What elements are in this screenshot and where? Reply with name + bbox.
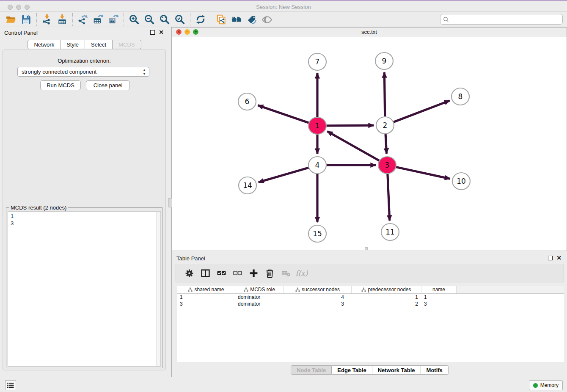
import-network-button[interactable] <box>39 13 55 26</box>
tab-edge-table[interactable]: Edge Table <box>332 365 372 375</box>
select-none-button[interactable] <box>229 265 245 281</box>
float-panel-icon[interactable] <box>150 30 155 35</box>
eye-button[interactable] <box>259 13 275 26</box>
zoom-fit-button[interactable] <box>157 13 172 26</box>
zoom-in-button[interactable] <box>127 13 142 26</box>
search-input[interactable] <box>449 15 562 24</box>
table-panel-header: Table Panel ✕ <box>172 253 567 264</box>
graph-node-2[interactable]: 2 <box>376 117 394 134</box>
table-cell[interactable]: 3 <box>177 301 235 307</box>
column-header-predecessor-nodes[interactable]: predecessor nodes <box>352 286 421 293</box>
open-session-button[interactable] <box>3 13 19 26</box>
graph-edge-1-6[interactable] <box>258 105 309 123</box>
run-mcds-button[interactable]: Run MCDS <box>40 80 81 90</box>
mcds-panel: Optimization criterion: strongly connect… <box>3 50 166 370</box>
graph-node-4[interactable]: 4 <box>308 157 326 174</box>
delete-column-button[interactable] <box>261 265 278 281</box>
split-panel-button[interactable] <box>197 265 213 281</box>
table-cell[interactable]: 3 <box>421 301 457 307</box>
tab-style[interactable]: Style <box>61 40 85 49</box>
duplicate-network-button[interactable] <box>214 13 229 26</box>
tab-network-table[interactable]: Network Table <box>372 365 421 375</box>
optimization-criterion-value: strongly connected component <box>22 69 96 75</box>
graph-node-7[interactable]: 7 <box>308 53 326 70</box>
close-panel-button[interactable]: Close panel <box>86 80 130 90</box>
network-window-titlebar[interactable]: ✕ − + scc.txt <box>172 28 567 36</box>
refresh-button[interactable] <box>193 13 208 26</box>
select-all-button[interactable] <box>213 265 229 281</box>
node-label: 10 <box>457 177 466 185</box>
graph-edge-3-10[interactable] <box>396 167 450 179</box>
column-header-MCDS-role[interactable]: MCDS role <box>235 286 284 293</box>
export-image-icon <box>108 14 119 25</box>
table-row[interactable]: 3dominator323 <box>177 301 564 307</box>
close-panel-icon[interactable]: ✕ <box>159 29 164 36</box>
column-header-name[interactable]: name <box>421 286 457 293</box>
add-column-button[interactable] <box>245 265 261 281</box>
toolbar-divider <box>36 13 37 26</box>
save-session-icon <box>21 14 32 25</box>
table-cell[interactable]: dominator <box>235 294 284 301</box>
table-cell[interactable]: dominator <box>235 301 284 307</box>
graph-node-3[interactable]: 3 <box>378 157 396 174</box>
import-network-icon <box>41 14 52 25</box>
settings-button[interactable] <box>181 265 197 281</box>
graph-edge-2-8[interactable] <box>394 101 450 122</box>
table-cell[interactable]: 4 <box>284 294 352 301</box>
graph-node-6[interactable]: 6 <box>238 93 256 110</box>
table-cell[interactable]: 1 <box>352 294 421 301</box>
memory-button[interactable]: Memory <box>529 380 563 390</box>
task-history-button[interactable] <box>5 380 16 390</box>
graph-node-1[interactable]: 1 <box>308 117 326 134</box>
table-cell[interactable]: 3 <box>284 301 352 307</box>
toolbar-divider <box>211 13 211 26</box>
graph-edge-2-3[interactable] <box>385 134 387 154</box>
select-none-icon <box>233 268 242 278</box>
table-row[interactable]: 1dominator411 <box>177 294 564 301</box>
graph-edge-3-1[interactable] <box>328 131 380 160</box>
graph-node-11[interactable]: 11 <box>381 224 399 240</box>
export-network-button[interactable] <box>75 13 91 26</box>
graph-node-10[interactable]: 10 <box>452 173 470 190</box>
float-table-panel-icon[interactable] <box>548 256 553 260</box>
mcds-result-lines: 13 <box>11 213 160 227</box>
graph-edge-2-9[interactable] <box>384 72 385 116</box>
graph-node-8[interactable]: 8 <box>451 88 469 105</box>
home-button[interactable] <box>229 13 244 26</box>
export-image-button[interactable] <box>106 13 121 26</box>
import-table-button[interactable] <box>55 13 70 26</box>
table-cell[interactable]: 1 <box>177 294 235 301</box>
graph-node-15[interactable]: 15 <box>308 225 326 242</box>
close-table-panel-icon[interactable]: ✕ <box>556 254 561 261</box>
control-panel-header: Control Panel ✕ <box>0 27 169 38</box>
table-cell[interactable]: 1 <box>421 294 457 301</box>
graph-edge-4-14[interactable] <box>259 168 309 182</box>
result-scrollbar[interactable] <box>156 212 160 366</box>
graph-node-14[interactable]: 14 <box>239 177 256 194</box>
tab-motifs[interactable]: Motifs <box>421 365 449 375</box>
zoom-out-button[interactable] <box>142 13 157 26</box>
graph-canvas[interactable]: 7968124314101511 <box>172 36 566 251</box>
optimization-criterion-select[interactable]: strongly connected component ▲▼ <box>17 67 149 77</box>
node-table-rows: 1dominator4113dominator323 <box>177 294 564 307</box>
column-header-successor-nodes[interactable]: successor nodes <box>284 286 352 293</box>
tab-network[interactable]: Network <box>28 40 61 49</box>
control-panel: Control Panel ✕ NetworkStyleSelectMCDS O… <box>0 27 169 377</box>
tab-node-table[interactable]: Node Table <box>291 365 332 375</box>
export-table-button[interactable] <box>91 13 106 26</box>
mcds-result-text[interactable]: 13 <box>8 211 161 367</box>
tab-select[interactable]: Select <box>85 40 113 49</box>
column-type-icon <box>361 287 366 292</box>
graph-node-9[interactable]: 9 <box>375 52 393 69</box>
zoom-selected-button[interactable] <box>172 13 187 26</box>
table-cell[interactable]: 2 <box>352 301 421 307</box>
graph-edge-1-2[interactable] <box>326 125 374 126</box>
save-session-button[interactable] <box>19 13 34 26</box>
search-box[interactable] <box>440 14 563 25</box>
hide-labels-button[interactable] <box>244 13 259 26</box>
status-bar: Memory <box>0 377 567 392</box>
column-header-shared-name[interactable]: shared name <box>177 286 235 293</box>
graph-edge-3-11[interactable] <box>388 174 390 221</box>
frame-resize-grip[interactable] <box>365 247 368 250</box>
tab-mcds[interactable]: MCDS <box>113 40 141 49</box>
